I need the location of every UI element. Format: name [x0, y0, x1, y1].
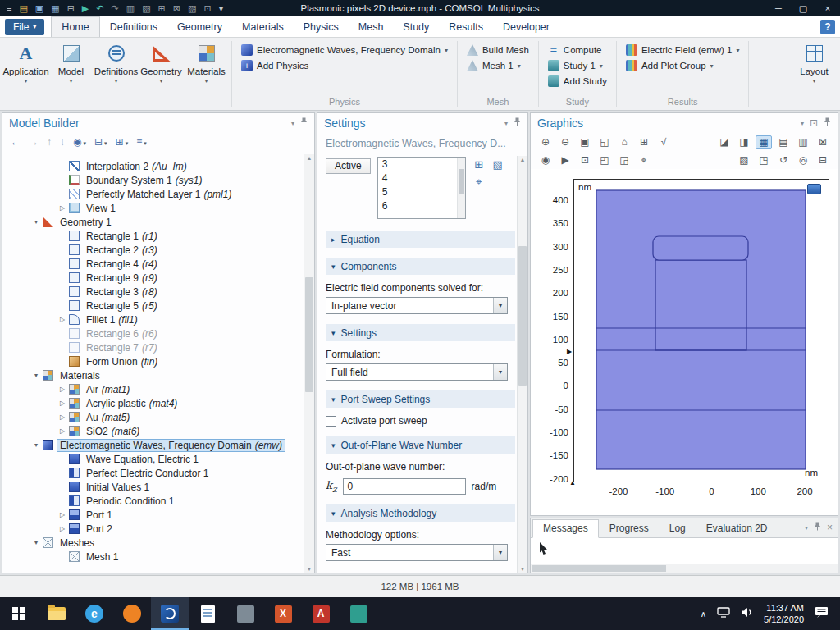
scene-back-icon[interactable]: ▥ — [795, 135, 811, 149]
panel-menu-icon[interactable]: ▾ — [504, 120, 508, 127]
file-menu-button[interactable]: File ▾ — [5, 19, 44, 35]
scale-values-icon[interactable]: √ — [655, 135, 672, 149]
tree-node[interactable]: ▷SiO2(mat6) — [2, 424, 303, 438]
tray-expand-icon[interactable]: ∧ — [701, 609, 706, 619]
collapse-icon[interactable]: ▾ — [30, 372, 42, 379]
scroll-up-icon[interactable]: ▲ — [518, 157, 527, 162]
plot-group-selector[interactable]: Electric Field (emw) 1 ▾ — [623, 43, 743, 57]
text-editor-taskbar-button[interactable] — [189, 597, 226, 630]
taskbar-clock[interactable]: 11:37 AM 5/12/2020 — [764, 602, 804, 626]
undo-icon[interactable]: ↶ — [96, 0, 103, 16]
expand-icon[interactable]: ▷ — [57, 413, 68, 421]
expand-all-icon[interactable]: ⊞▾ — [116, 136, 129, 148]
zoom-extents-icon[interactable]: ▣ — [577, 135, 593, 149]
select-objects-icon[interactable]: ◰ — [596, 153, 613, 167]
expand-icon[interactable]: ▷ — [57, 399, 68, 407]
zoom-to-selection-icon[interactable]: ◱ — [596, 135, 613, 149]
move-up-icon[interactable]: ↑ — [47, 136, 52, 148]
tree-node[interactable]: ▷Air(mat1) — [2, 382, 303, 396]
open-file-icon[interactable]: ▤ — [19, 0, 27, 16]
scene-settings-icon[interactable]: ▧ — [736, 153, 752, 167]
study-selector[interactable]: Study 1 ▾ — [545, 59, 610, 72]
go-to-default-view-icon[interactable]: ⌂ — [616, 135, 632, 149]
show-icon[interactable]: ◉▾ — [73, 136, 86, 148]
pin-icon[interactable] — [514, 117, 521, 129]
firefox-browser-taskbar-button[interactable] — [113, 597, 151, 630]
pin-icon[interactable] — [814, 522, 821, 533]
volume-icon[interactable] — [741, 607, 753, 620]
scroll-down-icon[interactable]: ▼ — [304, 566, 314, 572]
tree-node[interactable]: ▷Port 1 — [2, 508, 303, 522]
tree-node[interactable]: Rectangle 2(r3) — [2, 243, 303, 257]
show-grid-icon[interactable]: ⊞ — [636, 135, 652, 149]
minimize-button[interactable]: ─ — [766, 0, 791, 16]
options-icon[interactable]: ⊡ — [203, 0, 211, 16]
tree-node[interactable]: Rectangle 1(r1) — [2, 229, 303, 243]
disable-plot-icon[interactable]: ⊠ — [815, 135, 831, 149]
duplicate-icon[interactable]: ⊞ — [158, 0, 166, 16]
back-icon[interactable]: ← — [11, 136, 21, 148]
ribbon-tab-developer[interactable]: Developer — [493, 16, 559, 37]
ribbon-tab-study[interactable]: Study — [393, 16, 439, 37]
selection-item[interactable]: 3 — [378, 158, 465, 171]
domain-selection-list[interactable]: 3456 — [377, 157, 466, 219]
tree-node[interactable]: ▾Materials — [2, 368, 303, 382]
tree-node[interactable]: ▷View 1 — [2, 201, 303, 215]
ribbon-tab-definitions[interactable]: Definitions — [100, 16, 167, 37]
settings-section-header[interactable]: ▾ Settings — [326, 324, 515, 341]
forward-icon[interactable]: → — [29, 136, 39, 148]
tree-node[interactable]: Initial Values 1 — [2, 480, 303, 494]
tree-node[interactable]: ▾Geometry 1 — [2, 215, 303, 229]
panel-menu-icon[interactable]: ▾ — [805, 524, 808, 532]
tree-node[interactable]: Rectangle 7(r7) — [2, 340, 303, 354]
components-section-header[interactable]: ▾ Components — [326, 258, 515, 275]
panel-menu-icon[interactable]: ▾ — [291, 120, 294, 127]
definitions-button[interactable]: Definitions ▾ — [94, 38, 139, 110]
methodology-dropdown[interactable]: Fast ▾ — [326, 544, 508, 561]
scrollbar-thumb[interactable] — [459, 169, 464, 194]
expand-icon[interactable]: ▷ — [57, 525, 68, 532]
geometry-button[interactable]: Geometry ▾ — [139, 38, 184, 110]
close-panel-icon[interactable]: × — [827, 522, 833, 533]
rotate-view-icon[interactable]: ↺ — [775, 153, 792, 167]
materials-button[interactable]: Materials ▾ — [184, 38, 229, 110]
zoom-in-icon[interactable]: ⊕ — [537, 135, 554, 149]
messages-tab-messages[interactable]: Messages — [532, 519, 599, 538]
ribbon-tab-physics[interactable]: Physics — [294, 16, 349, 37]
selection-item[interactable]: 4 — [378, 171, 465, 185]
formulation-dropdown[interactable]: Full field ▾ — [326, 363, 508, 381]
start-taskbar-button[interactable] — [0, 597, 38, 630]
ribbon-tab-mesh[interactable]: Mesh — [349, 16, 394, 37]
action-center-icon[interactable] — [815, 606, 829, 621]
build-mesh-button[interactable]: Build Mesh — [463, 43, 532, 57]
add-physics-button[interactable]: Add Physics — [238, 59, 451, 72]
scroll-down-icon[interactable]: ▼ — [518, 566, 527, 572]
selection-scrollbar[interactable] — [457, 158, 465, 218]
application-menu-icon[interactable]: ≡ — [7, 0, 11, 16]
photos-app-taskbar-button[interactable] — [340, 597, 377, 630]
camera-icon[interactable]: ◎ — [795, 153, 811, 167]
tree-node[interactable]: Rectangle 6(r6) — [2, 326, 303, 340]
mesh-selector[interactable]: Mesh 1 ▾ — [463, 59, 532, 72]
activate-port-sweep-checkbox[interactable] — [326, 416, 336, 427]
network-icon[interactable] — [717, 607, 730, 620]
ribbon-tab-home[interactable]: Home — [51, 16, 99, 37]
equation-section-header[interactable]: ▸ Equation — [326, 231, 515, 248]
plot-tools-icon[interactable] — [807, 184, 821, 194]
application-button[interactable]: A Application ▾ — [3, 38, 48, 110]
dropdown-arrow-icon[interactable]: ▾ — [493, 545, 507, 560]
tree-node[interactable]: ▷Port 2 — [2, 522, 303, 536]
image-snapshot-icon[interactable]: ◉ — [537, 153, 554, 167]
expand-icon[interactable]: ▷ — [57, 316, 68, 323]
file-explorer-taskbar-button[interactable] — [38, 597, 75, 630]
clear-icon[interactable]: ▨ — [188, 0, 196, 16]
expand-icon[interactable]: ▷ — [57, 386, 68, 393]
wave-number-section-header[interactable]: ▾ Out-of-Plane Wave Number — [326, 436, 515, 454]
collapse-icon[interactable]: ▾ — [30, 441, 42, 449]
tree-node[interactable]: Perfectly Matched Layer 1(pml1) — [2, 187, 303, 201]
compute-button[interactable]: = Compute — [545, 43, 610, 57]
create-selection-icon[interactable]: ⊞ — [472, 158, 486, 171]
ribbon-tab-geometry[interactable]: Geometry — [167, 16, 232, 37]
pin-icon[interactable] — [300, 117, 308, 129]
transparency-icon[interactable]: ◨ — [736, 135, 752, 149]
